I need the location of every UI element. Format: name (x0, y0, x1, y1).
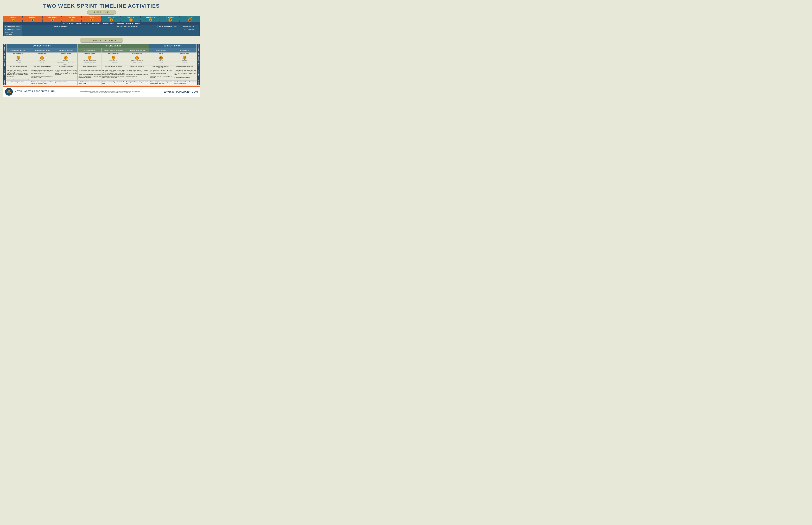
who-bp: PRODUCT OWNER (125, 52, 149, 55)
when-forecast: 1 Sprint Start (54, 55, 78, 62)
sub-header-forecast: SETTING THE FORECAST (54, 48, 78, 52)
label-who: WHO (3, 48, 6, 51)
actions-bp: The product owner reviews the updated pr… (125, 69, 149, 80)
hours-story: VARIES BY PROJECT (78, 62, 102, 65)
header-current-sprint-2: CURRENT SPRINT (149, 44, 197, 48)
right-label-who: WHO (197, 48, 200, 51)
hours-pm2: 2 HOURS (30, 62, 54, 65)
right-label-hours: HOURS (197, 56, 200, 60)
footer-copyright: Copyright 2006 - 2019 Mitch Lacey | Last… (79, 92, 140, 93)
people-bp: Product Owner, Stakeholders (125, 65, 149, 69)
when-pbr: 6,7,8 Sprint Week Two (102, 55, 125, 62)
who-retro: SCRUMMASTER (173, 52, 197, 55)
activity-details-label: ACTIVITY DETAILS (80, 38, 123, 43)
footer-left: MITCH LACEY & ASSOCIATES, INC. REAL TRAI… (5, 88, 56, 96)
footer: MITCH LACEY & ASSOCIATES, INC. REAL TRAI… (3, 86, 200, 97)
when-bp: 9 Middle of Sprint Week Two (125, 55, 149, 62)
act-backlog-refinement: PRODUCT BACKLOG REFINEMENT (99, 25, 157, 28)
timeline-label: TIMELINE (87, 10, 116, 15)
people-story: Product Owner, Stakeholders (78, 65, 102, 69)
company-logo (5, 88, 13, 96)
footer-disclaimer: * Offical Scrum Guide times may differ. … (79, 91, 140, 92)
hours-review: 1 HOUR* (149, 62, 173, 65)
svg-point-3 (7, 90, 10, 93)
sub-header-pm1: PLANNING MEETING TOPIC 1 (6, 48, 30, 52)
people-forecast: Product Owner, Stakeholders (54, 65, 78, 69)
company-sub: REAL TRAINING. COACHING. EXPERIENCE. REA… (15, 92, 56, 93)
right-side-labels: WHAT WHO WHEN HOURS PEOPLE ACTIONS OUTPU… (197, 44, 200, 85)
people-pbr: Team, Product Owner, ScrumMaster (102, 65, 125, 69)
details-grid: WHAT WHO WHEN HOURS PEOPLE ACTIONS OUTPU… (3, 44, 200, 85)
day-9: THURSDAY 9 (160, 16, 180, 22)
act-row-3: SETTING THE FORECAST (4, 31, 199, 35)
day-3: WEDNESDAY 3 (43, 16, 62, 22)
act-row-1: PLANNING MEETING T.1 STORY WORKSHOP PROD… (4, 25, 199, 28)
footer-website: WWW.MITCHLACEY.COM (164, 90, 198, 93)
day-5: FRIDAY 5 (82, 16, 102, 22)
sub-header-pbr: PRODUCT BACKLOG REFINEMENT (102, 48, 125, 52)
label-hours: HOURS (3, 56, 6, 60)
header-current-sprint-1: CURRENT SPRINT (6, 44, 78, 48)
right-label-actions: ACTIONS (197, 66, 200, 79)
days-row: MONDAY 1 TUESDAY 2 WEDNESDAY 3 THURSDAY … (3, 16, 200, 22)
hours-row: 2 HOURS 2 HOURS AFTER MEETING 1 & 2 EMAI… (6, 62, 197, 65)
sub-header-bp: BACKLOG PRIORITIZATION (125, 48, 149, 52)
footer-center: * Offical Scrum Guide times may differ. … (79, 91, 140, 93)
header-future-sprint: FUTURE SPRINT (78, 44, 149, 48)
sub-headers-row: PLANNING MEETING TOPIC 1 PLANNING MEETIN… (6, 48, 197, 52)
sub-header-review: REVIEW MEETING (149, 48, 173, 52)
sub-header-story: STORY WORKSHOP (78, 48, 102, 52)
day-1: MONDAY 1 (3, 16, 23, 22)
who-pm2: SCRUMMASTER (30, 52, 54, 55)
day-8: WEDNESDAY 8 (141, 16, 160, 22)
when-pm2: 1 Sprint Start (30, 55, 54, 62)
act-label-forecast: SETTING THE FORECAST (4, 31, 22, 35)
label-actions: ACTIONS (3, 66, 6, 79)
act-backlog-prioritization: BACKLOG PRIORITIZATION (157, 25, 178, 28)
actions-pbr: The product owner spends ~10% of team ca… (102, 69, 125, 80)
output-retro: Items for improvement for the team to im… (173, 80, 197, 85)
people-review: Team, Product Owner, ScrumMaster, Stakeh… (149, 65, 173, 69)
actions-forecast: The product owner communicates commitmen… (54, 69, 78, 80)
people-pm1: Team, Product Owner, ScrumMaster (6, 65, 30, 69)
label-people: PEOPLE (3, 60, 6, 66)
day-10: FRIDAY 10 (180, 16, 200, 22)
output-bp: Revised product backlog priority and rel… (125, 80, 149, 85)
day-7: TUESDAY 7 (121, 16, 141, 22)
actions-row: The product owner presents to the team t… (6, 69, 197, 80)
hours-pbr: 1-6 HOURS (10%) (102, 62, 125, 65)
who-pbr: PRODUCT OWNER (102, 52, 125, 55)
act-spacer-2 (22, 28, 180, 31)
sub-header-retro: RETROSPECTIVE (173, 48, 197, 52)
sub-header-pm2: PLANNING MEETING TOPIC 2 (30, 48, 54, 52)
when-story: 2-5 First Week of Every Sprint (78, 55, 102, 62)
who-pm1: PRODUCT OWNER (6, 52, 30, 55)
label-output: OUTPUT (3, 79, 6, 85)
side-labels: WHAT WHO WHEN HOURS PEOPLE ACTIONS OUTPU… (3, 44, 6, 85)
actions-story: The product owner works with the stakeho… (78, 69, 102, 80)
hours-forecast: AFTER MEETING 1 & 2 EMAIL OR IN PERSON (54, 62, 78, 65)
standup-text: DAILY SCRUM/STANDUP MEETING OCCURS DAILY… (3, 22, 200, 25)
when-review: 10 Sprint End (149, 55, 173, 62)
right-label-output: OUTPUT (197, 79, 200, 85)
group-headers-row: CURRENT SPRINT FUTURE SPRINT CURRENT SPR… (6, 44, 197, 48)
people-retro: Team, ScrumMaster, Product Owner (173, 65, 197, 69)
timeline-container: MONDAY 1 TUESDAY 2 WEDNESDAY 3 THURSDAY … (3, 16, 200, 36)
output-pm1: User stories and acceptance criteria (6, 80, 30, 85)
actions-pm1: The product owner presents to the team t… (6, 69, 30, 80)
output-forecast: Agreement on path forward. (54, 80, 78, 85)
actions-pm2: The Team decomposes the high priority st… (30, 69, 54, 80)
output-row: User stories and acceptance criteria Com… (6, 80, 197, 85)
people-row: Team, Product Owner, ScrumMaster Team, P… (6, 65, 197, 69)
day-4: THURSDAY 4 (62, 16, 82, 22)
output-review: Customer acceptance of the work presente… (149, 80, 173, 85)
when-retro: 10 Sprint End (173, 55, 197, 62)
who-row: PRODUCT OWNER SCRUMMASTER PRODUCT OWNER … (6, 52, 197, 55)
day-6: MONDAY 6 (102, 16, 121, 22)
act-row-2: PLANNING MEETING T.2 RETROSPECTIVE (4, 28, 199, 31)
act-spacer-3 (22, 31, 199, 35)
actions-retro: The team identifies what worked and what… (173, 69, 197, 80)
when-pm1: 1 Sprint Start (6, 55, 30, 62)
people-pm2: Team, Product Owner, ScrumMaster (30, 65, 54, 69)
label-what: WHAT (3, 44, 6, 48)
